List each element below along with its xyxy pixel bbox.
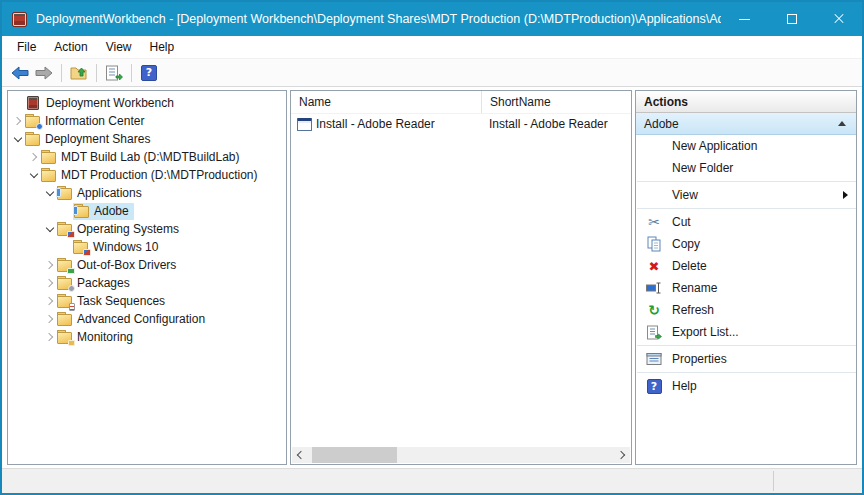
action-delete[interactable]: ✖ Delete (636, 255, 856, 277)
export-list-button[interactable] (102, 61, 126, 85)
menu-help[interactable]: Help (141, 38, 184, 56)
list-cell-shortname: Install - Adobe Reader (481, 117, 631, 131)
action-label: Help (672, 379, 848, 393)
toolbar-separator (131, 64, 132, 82)
window-title: DeploymentWorkbench - [Deployment Workbe… (36, 12, 721, 26)
rename-icon (644, 279, 664, 297)
action-label: Delete (672, 259, 848, 273)
tree-item-applications[interactable]: Applications (42, 184, 286, 202)
action-properties[interactable]: Properties (636, 348, 856, 370)
chevron-collapsed-icon[interactable] (42, 292, 57, 310)
action-help[interactable]: ? Help (636, 375, 856, 397)
workbench-icon (27, 96, 39, 110)
folder-tasks-icon (57, 296, 73, 308)
tree-item-monitoring[interactable]: Monitoring (42, 328, 286, 346)
folder-os-icon (73, 242, 89, 254)
tree-item-label[interactable]: Information Center (43, 113, 147, 130)
folder-os-icon (57, 224, 73, 236)
action-view[interactable]: View (636, 184, 856, 206)
status-section (773, 471, 862, 491)
chevron-expanded-icon[interactable] (42, 184, 57, 202)
folder-up-icon (70, 65, 88, 81)
tree-item-label[interactable]: Out-of-Box Drivers (75, 257, 179, 274)
tree-item-label[interactable]: Task Sequences (75, 293, 168, 310)
menu-file[interactable]: File (8, 38, 45, 56)
scrollbar-track[interactable] (308, 447, 614, 463)
results-list-pane: Name ShortName Install - Adobe Reader In… (290, 90, 632, 465)
list-row-install-adobe-reader[interactable]: Install - Adobe Reader Install - Adobe R… (291, 114, 631, 134)
tree-item-label[interactable]: Deployment Shares (43, 131, 153, 148)
chevron-spacer (10, 94, 25, 112)
action-label: Rename (672, 281, 848, 295)
properties-icon (644, 350, 664, 368)
column-header-shortname[interactable]: ShortName (481, 91, 631, 113)
tree-item-windows-10[interactable]: Windows 10 (58, 238, 286, 256)
tree-item-advanced-configuration[interactable]: Advanced Configuration (42, 310, 286, 328)
action-export-list[interactable]: Export List... (636, 321, 856, 343)
actions-group-adobe[interactable]: Adobe (636, 113, 856, 135)
tree-item-label[interactable]: Applications (75, 185, 145, 202)
action-label: Copy (672, 237, 848, 251)
action-refresh[interactable]: ↻ Refresh (636, 299, 856, 321)
tree-item-label[interactable]: Monitoring (75, 329, 136, 346)
chevron-collapsed-icon[interactable] (42, 310, 57, 328)
chevron-expanded-icon[interactable] (10, 130, 25, 148)
scissors-icon: ✂ (644, 213, 664, 231)
tree-item-out-of-box-drivers[interactable]: Out-of-Box Drivers (42, 256, 286, 274)
status-section (2, 469, 773, 493)
maximize-button[interactable] (768, 2, 815, 36)
tree-item-label[interactable]: Windows 10 (91, 239, 161, 256)
help-button[interactable]: ? (137, 61, 161, 85)
list-cell-name: Install - Adobe Reader (291, 117, 481, 131)
collapse-arrow-icon[interactable] (838, 121, 846, 126)
chevron-collapsed-icon[interactable] (26, 148, 41, 166)
chevron-spacer (58, 202, 73, 220)
tree-item-mdt-production[interactable]: MDT Production (D:\MDTProduction) (26, 166, 286, 184)
tree-item-label[interactable]: Advanced Configuration (75, 311, 208, 328)
chevron-collapsed-icon[interactable] (42, 328, 57, 346)
chevron-collapsed-icon[interactable] (10, 112, 25, 130)
back-arrow-icon (11, 66, 29, 80)
tree-item-packages[interactable]: Packages (42, 274, 286, 292)
menu-view[interactable]: View (97, 38, 141, 56)
scrollbar-thumb[interactable] (312, 447, 397, 463)
action-label: Refresh (672, 303, 848, 317)
folder-icon (57, 314, 73, 326)
tree-item-label[interactable]: MDT Build Lab (D:\MDTBuildLab) (59, 149, 243, 166)
tree-item-mdt-build-lab[interactable]: MDT Build Lab (D:\MDTBuildLab) (26, 148, 286, 166)
tree-item-label[interactable]: Packages (75, 275, 133, 292)
tree-item-label[interactable]: MDT Production (D:\MDTProduction) (59, 167, 261, 184)
action-copy[interactable]: Copy (636, 233, 856, 255)
tree-item-deployment-workbench[interactable]: Deployment Workbench (10, 94, 286, 112)
folder-open-icon (25, 134, 41, 146)
menu-action[interactable]: Action (45, 38, 96, 56)
content-area: Deployment Workbench Information Center … (2, 87, 862, 468)
action-new-folder[interactable]: New Folder (636, 157, 856, 179)
scroll-left-button[interactable] (292, 447, 308, 463)
back-button[interactable] (8, 61, 32, 85)
tree-item-adobe[interactable]: Adobe (58, 202, 286, 220)
chevron-collapsed-icon[interactable] (42, 256, 57, 274)
horizontal-scrollbar[interactable] (292, 447, 630, 463)
refresh-icon: ↻ (644, 301, 664, 319)
tree-item-label[interactable]: Operating Systems (75, 221, 182, 238)
chevron-collapsed-icon[interactable] (42, 274, 57, 292)
tree-item-label[interactable]: Adobe (92, 203, 132, 220)
action-rename[interactable]: Rename (636, 277, 856, 299)
tree-item-information-center[interactable]: Information Center (10, 112, 286, 130)
scroll-right-button[interactable] (614, 447, 630, 463)
chevron-expanded-icon[interactable] (26, 166, 41, 184)
minimize-button[interactable] (721, 2, 768, 36)
tree-item-operating-systems[interactable]: Operating Systems (42, 220, 286, 238)
column-header-name[interactable]: Name (291, 91, 481, 113)
list-item-name[interactable]: Install - Adobe Reader (316, 117, 435, 131)
close-button[interactable] (815, 2, 862, 36)
action-new-application[interactable]: New Application (636, 135, 856, 157)
chevron-expanded-icon[interactable] (42, 220, 57, 238)
tree-item-task-sequences[interactable]: Task Sequences (42, 292, 286, 310)
forward-button[interactable] (32, 61, 56, 85)
tree-item-label[interactable]: Deployment Workbench (44, 95, 177, 112)
up-one-level-button[interactable] (67, 61, 91, 85)
action-cut[interactable]: ✂ Cut (636, 211, 856, 233)
tree-item-deployment-shares[interactable]: Deployment Shares (10, 130, 286, 148)
